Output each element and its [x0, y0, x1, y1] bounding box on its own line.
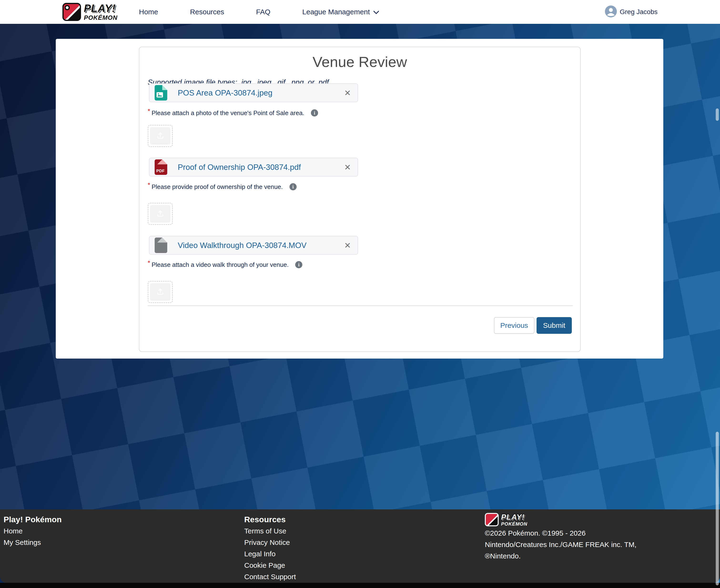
upload-dropzone[interactable]: [148, 203, 173, 225]
footer-column-play-pokemon: Play! Pokémon Home My Settings: [4, 509, 62, 548]
image-glyph-icon: [156, 92, 163, 99]
footer: Play! Pokémon Home My Settings Resources…: [0, 509, 720, 583]
play-pokemon-logo[interactable]: PLAY! POKÉMON: [62, 3, 118, 21]
pdf-file-icon: PDF: [155, 160, 167, 175]
nav-league-management[interactable]: League Management: [287, 8, 396, 16]
footer-link-cookie-page[interactable]: Cookie Page: [244, 560, 296, 571]
footer-link-privacy-notice[interactable]: Privacy Notice: [244, 537, 296, 548]
page-title: Venue Review: [148, 54, 572, 70]
required-asterisk: *: [148, 108, 150, 114]
info-icon[interactable]: i: [311, 109, 318, 117]
logo-pokemon-text: POKÉMON: [84, 15, 118, 21]
attachment-row-pos-area: POS Area OPA-30874.jpeg: [149, 83, 358, 102]
footer-logo-icon: [485, 513, 499, 526]
nav-resources[interactable]: Resources: [174, 8, 240, 16]
footer-heading: Resources: [244, 513, 296, 525]
upload-icon: [156, 131, 165, 141]
footer-logo-pokemon-text: POKÉMON: [501, 522, 527, 526]
footer-column-legal: PLAY! POKÉMON ©2026 Pokémon. ©1995 - 202…: [485, 509, 636, 562]
submit-button[interactable]: Submit: [536, 317, 572, 334]
top-navbar: PLAY! POKÉMON Home Resources FAQ League …: [0, 0, 720, 24]
footer-link-my-settings[interactable]: My Settings: [4, 537, 62, 548]
info-icon[interactable]: i: [295, 261, 302, 268]
file-link[interactable]: Video Walkthrough OPA-30874.MOV: [178, 241, 306, 250]
info-icon[interactable]: i: [290, 183, 297, 190]
attachment-caption: * Please attach a photo of the venue's P…: [148, 107, 572, 118]
upload-icon: [156, 287, 165, 297]
upload-dropzone[interactable]: [148, 125, 173, 147]
upload-dropzone[interactable]: [148, 281, 173, 303]
copyright-line: ©2026 Pokémon. ©1995 - 2026: [485, 527, 636, 539]
user-menu[interactable]: Greg Jacobs: [605, 0, 658, 24]
footer-play-pokemon-logo: PLAY! POKÉMON: [485, 512, 636, 527]
main-content-panel: Venue Review Supported image file types:…: [56, 39, 663, 359]
remove-file-button[interactable]: [343, 88, 353, 98]
required-asterisk: *: [148, 182, 150, 188]
venue-review-card: Venue Review Supported image file types:…: [139, 47, 580, 352]
attachment-row-proof-of-ownership: PDF Proof of Ownership OPA-30874.pdf: [149, 158, 358, 176]
main-nav: Home Resources FAQ League Management: [139, 8, 395, 16]
attachment-caption: * Please provide proof of ownership of t…: [148, 181, 572, 192]
play-pokemon-logo-icon: [62, 3, 81, 21]
footer-link-legal-info[interactable]: Legal Info: [244, 548, 296, 560]
footer-logo-play-text: PLAY!: [501, 513, 527, 521]
copyright-line: Nintendo/Creatures Inc./GAME FREAK inc. …: [485, 539, 636, 550]
nav-faq[interactable]: FAQ: [240, 8, 287, 16]
generic-file-icon: [155, 237, 167, 253]
attachment-caption: * Please attach a video walk through of …: [148, 259, 572, 270]
scrollbar-thumb[interactable]: [716, 432, 719, 585]
footer-column-resources: Resources Terms of Use Privacy Notice Le…: [244, 509, 296, 583]
bottom-strip: [0, 583, 720, 588]
footer-heading: Play! Pokémon: [4, 513, 62, 525]
upload-icon: [156, 209, 165, 219]
copyright-line: ®Nintendo.: [485, 550, 636, 562]
footer-link-home[interactable]: Home: [4, 525, 62, 537]
footer-link-terms-of-use[interactable]: Terms of Use: [244, 525, 296, 537]
image-file-icon: [155, 85, 167, 101]
previous-button[interactable]: Previous: [494, 317, 534, 334]
file-link[interactable]: POS Area OPA-30874.jpeg: [178, 88, 272, 98]
remove-file-button[interactable]: [343, 162, 353, 172]
chevron-down-icon: [373, 8, 379, 16]
required-asterisk: *: [148, 260, 150, 266]
footer-link-contact-support[interactable]: Contact Support: [244, 571, 296, 583]
file-link[interactable]: Proof of Ownership OPA-30874.pdf: [178, 163, 301, 172]
logo-play-text: PLAY!: [84, 3, 118, 14]
remove-file-button[interactable]: [343, 240, 353, 250]
pdf-badge: PDF: [156, 169, 165, 173]
scrollbar-thumb-inner[interactable]: [716, 108, 719, 121]
attachment-row-video-walkthrough: Video Walkthrough OPA-30874.MOV: [149, 236, 358, 255]
form-divider: [148, 306, 573, 306]
form-actions: Previous Submit: [148, 317, 572, 334]
avatar-icon: [605, 5, 617, 18]
user-name: Greg Jacobs: [620, 8, 658, 16]
nav-home[interactable]: Home: [139, 8, 174, 16]
